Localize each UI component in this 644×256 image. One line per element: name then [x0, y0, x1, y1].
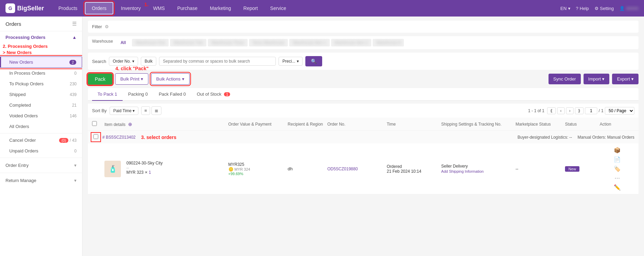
order-recipient: dh — [288, 166, 327, 171]
pack-tab-pack-failed[interactable]: Pack Failed 0 — [153, 88, 191, 100]
shipped-label: Shipped — [9, 92, 26, 97]
sidebar-order-entry[interactable]: Order Entry ▾ — [0, 159, 82, 171]
order-checkbox[interactable] — [93, 134, 98, 139]
import-button[interactable]: Import ▾ — [584, 74, 610, 84]
new-orders-badge: 2 — [69, 60, 76, 65]
sidebar-item-voided[interactable]: Voided Orders 146 — [0, 110, 82, 121]
order-value: MYR325 🪙 MYR 324 +99.69% — [228, 162, 288, 176]
sync-order-button[interactable]: Sync Order — [549, 74, 581, 84]
pack-tab-out-of-stock[interactable]: Out of Stock 1 — [191, 88, 236, 100]
pack-tab-packing[interactable]: Packing 0 — [123, 88, 153, 100]
action-edit-icon[interactable]: ✏️ — [612, 183, 622, 191]
annotation-step2: 2. Processing Orders> New Orders — [3, 43, 79, 56]
order-no-link[interactable]: OD5SCZ019880 — [327, 167, 358, 171]
annotation-step4: 4. click "Pack" — [115, 66, 149, 71]
warehouse-tab-6[interactable]: Warehouse Item 2 — [331, 39, 372, 46]
cancel-total: 43 — [72, 138, 77, 143]
sidebar-item-in-process[interactable]: In Process Orders 0 — [0, 68, 82, 78]
nav-orders[interactable]: Orders — [85, 2, 113, 14]
page-first[interactable]: ⟪ — [547, 107, 556, 114]
nav-marketing[interactable]: Marketing — [204, 0, 237, 17]
sidebar-return-manage[interactable]: Return Manage ▾ — [0, 174, 82, 186]
filter-label: Filter — [92, 24, 102, 29]
lang-selector[interactable]: EN ▾ — [560, 6, 570, 11]
sidebar-item-to-pickup[interactable]: To Pickup Orders 230 — [0, 78, 82, 89]
add-shipping-link[interactable]: Add Shipping Information — [441, 169, 484, 173]
sidebar-header: Orders ☰ — [0, 17, 82, 31]
pagination: 1 - 1 of 1 ⟪ ‹ › ⟫ / 1 50 / Page — [528, 107, 634, 115]
sort-icons: ≡ ≣ — [141, 106, 161, 115]
sidebar-collapse-icon[interactable]: ☰ — [72, 21, 77, 27]
preci-select[interactable]: Preci... ▾ — [279, 57, 302, 66]
warehouse-tab-all[interactable]: All — [116, 39, 131, 46]
sort-asc-icon[interactable]: ≡ — [141, 106, 150, 115]
brand-name: BigSeller — [17, 5, 44, 12]
order-time: Ordered 21 Feb 2024 10:14 — [387, 164, 441, 174]
warehouse-tab-2[interactable]: Warehouse Two — [170, 39, 206, 46]
bulk-label: Bulk — [141, 57, 156, 66]
sidebar-item-unpaid[interactable]: Unpaid Orders 0 — [0, 146, 82, 156]
sort-select[interactable]: Paid Time ▾ — [110, 107, 139, 115]
processing-orders-label: Processing Orders — [5, 35, 45, 40]
action-pack-icon[interactable]: 📦 — [612, 146, 622, 154]
add-column-icon[interactable]: ⊕ — [128, 121, 132, 127]
new-orders-label: New Orders — [9, 60, 33, 65]
nav-products[interactable]: Products — [52, 0, 83, 17]
nav-inventory[interactable]: Inventory — [115, 0, 147, 17]
bulk-actions-button[interactable]: Bulk Actions ▾ — [151, 73, 190, 85]
warehouse-tab-7[interactable]: Warehouse 8 — [373, 39, 404, 46]
action-doc-icon[interactable]: 📄 — [612, 156, 622, 163]
sidebar-item-all-orders[interactable]: All Orders — [0, 121, 82, 132]
processing-orders-collapse: ▲ — [72, 35, 77, 40]
page-prev[interactable]: ‹ — [557, 107, 565, 114]
help-link[interactable]: ? Help — [576, 6, 589, 11]
order-entry-label: Order Entry — [5, 163, 29, 168]
action-more-icon[interactable]: ⋯ — [613, 174, 621, 182]
sidebar-item-completed[interactable]: Completed 21 — [0, 100, 82, 110]
warehouse-tab-3[interactable]: Warehouse Three — [208, 39, 247, 46]
sidebar-divider3 — [0, 173, 82, 173]
sidebar-item-cancel-order[interactable]: Cancel Order (0) / 43 — [0, 135, 82, 146]
page-number-input[interactable] — [585, 107, 597, 114]
select-all-checkbox[interactable] — [92, 121, 97, 126]
pack-button[interactable]: Pack — [88, 74, 112, 85]
action-tag-icon[interactable]: 🏷️ — [612, 165, 622, 173]
voided-count: 146 — [70, 114, 77, 118]
nav-wms[interactable]: WMS — [147, 0, 171, 17]
search-type-select[interactable]: Order No. ▾ — [109, 57, 138, 66]
brand-logo[interactable]: G BigSeller — [5, 3, 44, 13]
annotation-step1: 1. — [144, 1, 149, 7]
user-avatar[interactable]: 👤 xxxxxx — [619, 6, 639, 11]
sidebar-title: Orders — [5, 21, 21, 27]
item-price-qty: MYR 323 × 1 — [126, 170, 228, 175]
page-last[interactable]: ⟫ — [575, 107, 584, 114]
header-status: Status — [565, 122, 600, 127]
sidebar-divider — [0, 133, 82, 134]
search-input[interactable] — [159, 57, 276, 66]
pack-tab-to-pack[interactable]: To Pack 1 — [92, 88, 123, 100]
filter-settings-icon[interactable]: ⚙ — [105, 24, 109, 29]
warehouse-tab-5[interactable]: Warehouse Item 1 — [289, 39, 330, 46]
order-value-pct: +99.69% — [228, 172, 288, 176]
per-page-select[interactable]: 50 / Page — [605, 107, 634, 115]
page-next[interactable]: › — [566, 107, 574, 114]
nav-report[interactable]: Report — [237, 0, 264, 17]
sort-desc-icon[interactable]: ≣ — [151, 106, 161, 115]
sort-left: Sort By Paid Time ▾ ≡ ≣ — [92, 106, 161, 115]
settings-link[interactable]: ⚙ Setting — [595, 6, 614, 11]
sidebar-item-new-orders[interactable]: New Orders 2 — [0, 56, 82, 68]
order-value-coin: MYR 324 — [235, 167, 250, 171]
item-dash: -- — [126, 166, 228, 170]
warehouse-tab-4[interactable]: Temu Warehouse — [249, 39, 288, 46]
warehouse-tab-1[interactable]: Warehouse One — [132, 39, 169, 46]
order-group-header: # BS5SCZ013402 3. select orders Buyer-de… — [88, 131, 639, 143]
processing-orders-section[interactable]: Processing Orders ▲ — [0, 31, 82, 43]
export-button[interactable]: Export ▾ — [612, 74, 639, 84]
nav-items: Products Orders Inventory WMS Purchase M… — [52, 0, 560, 17]
page-range: 1 - 1 of 1 — [528, 108, 544, 113]
bulk-print-button[interactable]: Bulk Print ▾ — [115, 73, 148, 85]
search-button[interactable]: 🔍 — [305, 56, 322, 66]
nav-service[interactable]: Service — [264, 0, 293, 17]
sidebar-item-shipped[interactable]: Shipped 439 — [0, 89, 82, 100]
nav-purchase[interactable]: Purchase — [171, 0, 204, 17]
